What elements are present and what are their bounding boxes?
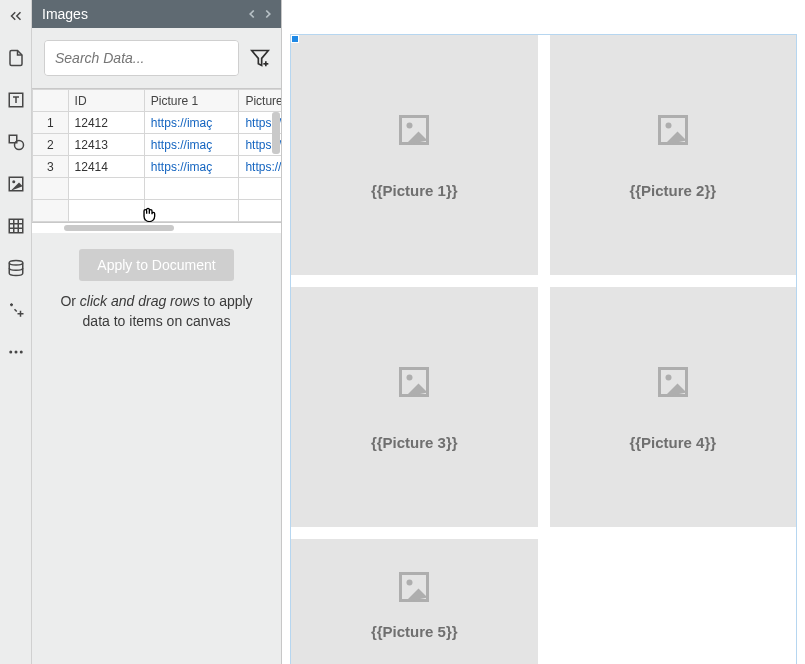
table-row[interactable]: 2 12413 https://imaç https://imaç https:… <box>33 134 282 156</box>
svg-point-26 <box>665 374 671 380</box>
canvas[interactable]: {{Picture 1}} {{Picture 2}} {{Picture 3}… <box>282 0 805 664</box>
svg-point-22 <box>665 122 671 128</box>
card-5[interactable]: {{Picture 5}} <box>291 539 538 664</box>
table-header-row: ID Picture 1 Picture 2 Pictu <box>33 90 282 112</box>
vscroll-thumb[interactable] <box>272 112 280 154</box>
card-1[interactable]: {{Picture 1}} <box>291 35 538 275</box>
table-row[interactable]: 1 12412 https://imaç https://imaç https:… <box>33 112 282 134</box>
shape-icon[interactable] <box>6 132 26 152</box>
svg-point-12 <box>14 351 17 354</box>
card-4[interactable]: {{Picture 4}} <box>550 287 797 527</box>
svg-point-28 <box>407 579 413 585</box>
search-row <box>32 28 281 88</box>
next-source-icon[interactable] <box>261 7 275 21</box>
text-icon[interactable] <box>6 90 26 110</box>
svg-point-10 <box>9 261 23 266</box>
card-3[interactable]: {{Picture 3}} <box>291 287 538 527</box>
table-row[interactable]: 3 12414 https://imaç https://imaç https:… <box>33 156 282 178</box>
hint-text: Or click and drag rows to apply data to … <box>32 291 281 332</box>
col-id[interactable]: ID <box>68 90 144 112</box>
card-label: {{Picture 5}} <box>371 623 458 640</box>
search-input[interactable] <box>45 41 239 75</box>
data-panel: Images ID <box>32 0 282 664</box>
svg-point-11 <box>9 351 12 354</box>
svg-point-13 <box>19 351 22 354</box>
image-icon[interactable] <box>6 174 26 194</box>
svg-point-20 <box>407 122 413 128</box>
more-icon[interactable] <box>6 342 26 362</box>
panel-header: Images <box>32 0 281 28</box>
data-icon[interactable] <box>6 258 26 278</box>
col-p2[interactable]: Picture 2 <box>239 90 281 112</box>
col-p1[interactable]: Picture 1 <box>144 90 239 112</box>
filter-button[interactable] <box>249 47 271 69</box>
table-row <box>33 200 282 222</box>
data-table[interactable]: ID Picture 1 Picture 2 Pictu 1 12412 htt… <box>32 88 281 223</box>
table-row <box>33 178 282 200</box>
card-label: {{Picture 4}} <box>629 434 716 451</box>
customize-icon[interactable] <box>6 300 26 320</box>
icon-rail <box>0 0 32 664</box>
col-rownum <box>33 90 69 112</box>
svg-point-4 <box>12 180 15 183</box>
hscroll-thumb[interactable] <box>64 225 174 231</box>
apply-button[interactable]: Apply to Document <box>79 249 233 281</box>
hscroll-track[interactable] <box>32 223 281 233</box>
card-label: {{Picture 1}} <box>371 182 458 199</box>
panel-title: Images <box>42 6 88 22</box>
search-wrap <box>44 40 239 76</box>
table-icon[interactable] <box>6 216 26 236</box>
collapse-icon[interactable] <box>6 6 26 26</box>
svg-point-24 <box>407 374 413 380</box>
document-icon[interactable] <box>6 48 26 68</box>
card-2[interactable]: {{Picture 2}} <box>550 35 797 275</box>
svg-rect-5 <box>9 219 23 233</box>
svg-point-2 <box>14 141 23 150</box>
repeat-grid[interactable]: {{Picture 1}} {{Picture 2}} {{Picture 3}… <box>290 34 797 664</box>
card-label: {{Picture 3}} <box>371 434 458 451</box>
prev-source-icon[interactable] <box>245 7 259 21</box>
card-label: {{Picture 2}} <box>629 182 716 199</box>
panel-nav <box>245 7 275 21</box>
